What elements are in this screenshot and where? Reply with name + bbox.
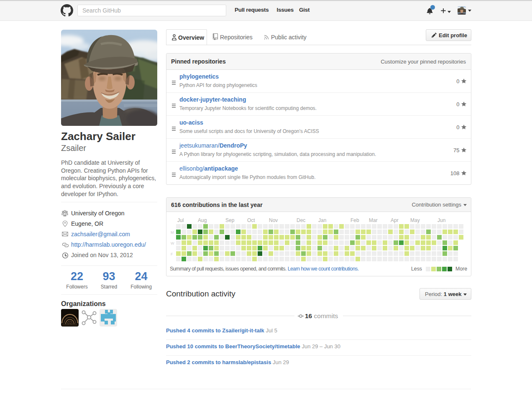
svg-text:Feb: Feb bbox=[350, 217, 359, 223]
svg-text:Jun: Jun bbox=[437, 217, 445, 223]
svg-text:F: F bbox=[171, 252, 173, 256]
svg-text:Mar: Mar bbox=[369, 217, 378, 223]
svg-text:Nov: Nov bbox=[269, 217, 278, 223]
svg-text:Dec: Dec bbox=[297, 217, 305, 223]
svg-text:Aug: Aug bbox=[198, 217, 207, 223]
svg-text:Apr: Apr bbox=[391, 217, 399, 223]
svg-text:May: May bbox=[410, 217, 420, 223]
svg-text:Oct: Oct bbox=[247, 217, 255, 223]
svg-text:M: M bbox=[171, 230, 174, 235]
svg-text:Jan: Jan bbox=[318, 217, 326, 223]
svg-text:Sep: Sep bbox=[225, 217, 235, 223]
svg-text:W: W bbox=[171, 241, 174, 245]
svg-text:Jul: Jul bbox=[177, 217, 184, 223]
